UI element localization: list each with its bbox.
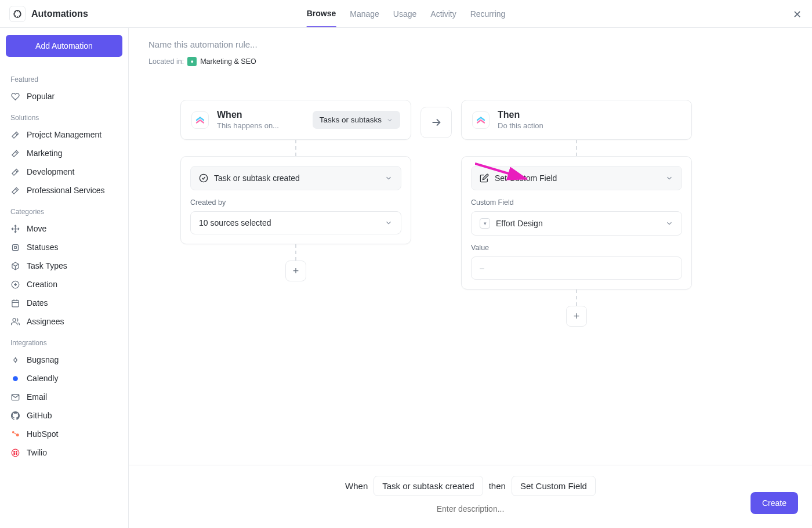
section-featured: Featured [5,72,124,87]
sidebar-item-professional-services[interactable]: Professional Services [5,181,124,200]
when-sub: This happens on... [217,121,279,130]
calendly-icon [10,374,20,383]
located-name[interactable]: Marketing & SEO [200,57,256,66]
move-icon [10,224,20,233]
create-button[interactable]: Create [751,492,798,514]
svg-rect-2 [14,246,16,248]
svg-point-12 [13,451,14,452]
tab-browse[interactable]: Browse [307,0,336,27]
svg-point-13 [16,451,17,452]
clickup-icon [472,111,490,129]
close-icon[interactable]: ✕ [793,8,802,21]
annotation-arrow-icon [475,160,533,183]
topbar: Automations Browse Manage Usage Activity… [0,0,812,28]
tabs: Browse Manage Usage Activity Recurring [307,0,506,27]
sidebar-item-development[interactable]: Development [5,162,124,181]
when-column: When This happens on... Tasks or subtask… [180,100,411,281]
summary-action-chip[interactable]: Set Custom Field [512,476,596,496]
section-solutions: Solutions [5,110,124,125]
svg-point-16 [200,174,207,182]
sidebar-item-statuses[interactable]: Statuses [5,238,124,256]
flow-arrow-icon [420,107,452,138]
value-label: Value [471,244,682,252]
sidebar-item-marketing[interactable]: Marketing [5,144,124,162]
scope-selector[interactable]: Tasks or subtasks [313,111,400,129]
sidebar-item-assignees[interactable]: Assignees [5,312,124,331]
calendar-icon [10,298,20,308]
svg-point-7 [13,376,18,381]
then-title: Then [498,110,543,120]
wand-icon [10,186,20,195]
footer: When Task or subtask created then Set Cu… [129,465,812,528]
twilio-icon [10,448,20,457]
svg-line-17 [475,164,526,179]
add-trigger-button[interactable]: + [285,261,306,281]
sources-select[interactable]: 10 sources selected [190,211,401,234]
dropdown-field-icon: ▾ [480,218,490,229]
sidebar-item-task-types[interactable]: Task Types [5,256,124,275]
automations-icon [9,6,26,22]
sidebar-item-move[interactable]: Move [5,219,124,238]
created-by-label: Created by [190,198,401,207]
tab-manage[interactable]: Manage [350,0,379,27]
svg-rect-1 [12,244,18,250]
sidebar-item-github[interactable]: GitHub [5,406,124,425]
plus-circle-icon [10,280,20,289]
located-in: Located in: ● Marketing & SEO [148,57,792,66]
tab-usage[interactable]: Usage [393,0,416,27]
sidebar-item-project-management[interactable]: Project Management [5,125,124,144]
clickup-icon [191,111,209,129]
when-card: When This happens on... Tasks or subtask… [180,100,411,140]
description-input[interactable] [143,504,798,513]
sidebar-item-email[interactable]: Email [5,388,124,406]
summary: When Task or subtask created then Set Cu… [143,476,798,496]
automation-name-input[interactable] [148,39,792,49]
sidebar: Add Automation Featured Popular Solution… [0,28,129,528]
mail-icon [10,392,20,402]
sidebar-item-calendly[interactable]: Calendly [5,369,124,388]
summary-trigger-chip[interactable]: Task or subtask created [374,476,483,496]
trigger-card: Task or subtask created Created by 10 so… [180,156,411,244]
chevron-down-icon [385,174,393,182]
tab-activity[interactable]: Activity [430,0,456,27]
check-circle-icon [199,173,208,183]
content-header: Located in: ● Marketing & SEO [129,28,812,74]
section-categories: Categories [5,204,124,219]
custom-field-label: Custom Field [471,198,682,207]
wand-icon [10,149,20,158]
tab-recurring[interactable]: Recurring [470,0,506,27]
canvas: When This happens on... Tasks or subtask… [129,74,812,528]
then-column: Then Do this action Set Custom Field Cus… [461,100,692,327]
sidebar-item-creation[interactable]: Creation [5,275,124,294]
wand-icon [10,167,20,176]
svg-point-15 [16,453,17,454]
sidebar-item-bugsnag[interactable]: Bugsnag [5,350,124,369]
connector [576,290,577,306]
add-action-button[interactable]: + [566,306,587,327]
svg-rect-4 [12,300,18,306]
connector [295,244,296,261]
github-icon [10,411,20,420]
sidebar-item-dates[interactable]: Dates [5,294,124,312]
svg-point-6 [14,359,17,361]
svg-point-5 [13,318,16,321]
then-card: Then Do this action [461,100,692,140]
value-input[interactable]: – [471,256,682,280]
sidebar-item-twilio[interactable]: Twilio [5,443,124,462]
sidebar-item-hubspot[interactable]: HubSpot [5,425,124,443]
add-automation-button[interactable]: Add Automation [6,35,122,57]
svg-point-11 [12,449,19,457]
brand: Automations [9,6,88,22]
trigger-dropdown[interactable]: Task or subtask created [190,166,401,190]
custom-field-select[interactable]: ▾ Effort Design [471,211,682,236]
section-integrations: Integrations [5,335,124,350]
svg-point-14 [13,453,14,454]
chevron-down-icon [386,117,393,124]
sidebar-item-popular[interactable]: Popular [5,87,124,106]
chevron-down-icon [665,219,673,227]
content: Located in: ● Marketing & SEO When This … [129,28,812,528]
space-icon: ● [187,57,197,66]
wand-icon [10,130,20,139]
hubspot-icon [10,429,20,439]
connector [576,140,577,156]
